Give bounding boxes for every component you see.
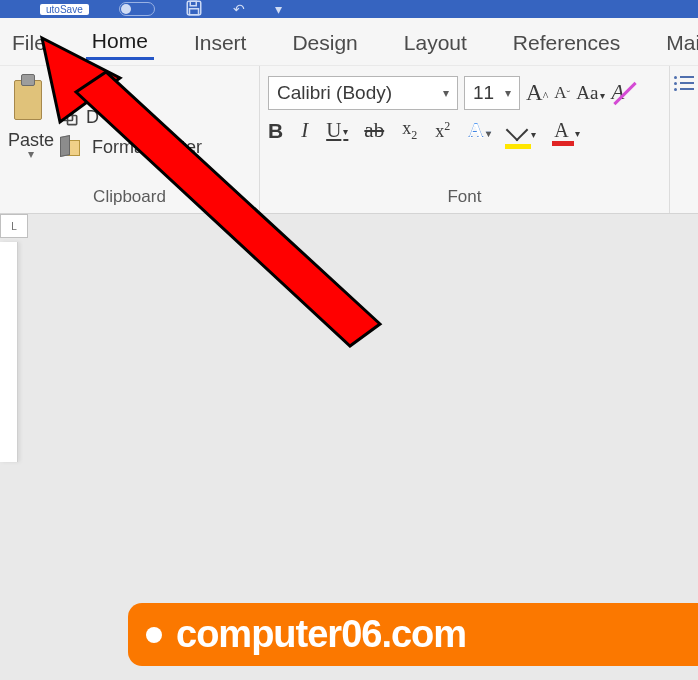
svg-point-3	[63, 81, 68, 86]
svg-rect-2	[189, 8, 198, 14]
tab-home[interactable]: Home	[86, 23, 154, 60]
text-effects-button[interactable]: A▾	[468, 118, 491, 143]
group-label-font: Font	[268, 181, 661, 211]
tab-mailings[interactable]: Mailin	[660, 25, 698, 59]
svg-line-6	[72, 91, 77, 96]
superscript-button[interactable]: x2	[435, 119, 450, 142]
tab-references[interactable]: References	[507, 25, 626, 59]
cut-button[interactable]: C	[60, 78, 202, 99]
svg-rect-1	[190, 1, 196, 6]
cut-label: C	[86, 78, 99, 99]
scissors-icon	[60, 79, 80, 99]
increase-font-size-button[interactable]: A^	[526, 80, 548, 106]
chevron-down-icon[interactable]: ▾	[28, 147, 34, 161]
highlight-button[interactable]: ▾	[509, 119, 536, 143]
paintbrush-icon	[60, 136, 86, 158]
subscript-button[interactable]: x2	[402, 118, 417, 143]
font-size-combo[interactable]: 11 ▾	[464, 76, 520, 110]
autosave-label: utoSave	[40, 4, 89, 15]
qat-dropdown-icon[interactable]: ▾	[275, 1, 282, 17]
copy-button[interactable]: D	[60, 107, 202, 128]
group-clipboard: Paste ▾ C D Format Pa ter Clipboard	[0, 66, 260, 213]
save-icon[interactable]	[185, 0, 203, 20]
page-edge	[0, 242, 18, 462]
group-label-clipboard: Clipboard	[8, 181, 251, 211]
decrease-font-size-button[interactable]: Aˇ	[554, 83, 570, 103]
copy-icon	[60, 108, 80, 128]
autosave-toggle[interactable]	[119, 2, 155, 16]
watermark-text: computer06.com	[176, 613, 466, 656]
italic-button[interactable]: I	[301, 118, 308, 143]
bold-button[interactable]: B	[268, 119, 283, 143]
underline-button[interactable]: U▾	[326, 118, 346, 143]
chevron-down-icon: ▾	[443, 86, 449, 100]
format-painter-label: Format Pa ter	[92, 137, 202, 158]
highlighter-icon	[506, 118, 529, 141]
tab-file[interactable]: File	[6, 25, 52, 59]
title-bar: utoSave ↶ ▾	[0, 0, 698, 18]
paste-icon	[8, 74, 54, 126]
copy-label: D	[86, 107, 99, 128]
change-case-button[interactable]: Aa▾	[576, 82, 605, 104]
font-name-combo[interactable]: Calibri (Body) ▾	[268, 76, 458, 110]
ribbon: Paste ▾ C D Format Pa ter Clipboard	[0, 66, 698, 214]
group-font: Calibri (Body) ▾ 11 ▾ A^ Aˇ Aa▾ A B I U▾…	[260, 66, 670, 213]
tab-layout[interactable]: Layout	[398, 25, 473, 59]
font-name-value: Calibri (Body)	[277, 82, 392, 104]
watermark-banner: computer06.com	[128, 603, 698, 666]
format-painter-button[interactable]: Format Pa ter	[60, 136, 202, 158]
ruler-corner[interactable]: L	[0, 214, 28, 238]
watermark-dot-icon	[146, 627, 162, 643]
font-color-button[interactable]: A▾	[554, 119, 579, 142]
group-paragraph-partial	[670, 66, 698, 213]
svg-line-7	[67, 85, 70, 88]
bullets-icon[interactable]	[674, 76, 694, 92]
svg-point-4	[63, 91, 68, 96]
tab-insert[interactable]: Insert	[188, 25, 253, 59]
undo-icon[interactable]: ↶	[233, 1, 245, 17]
paste-button[interactable]: Paste ▾	[8, 74, 54, 161]
clear-formatting-button[interactable]: A	[611, 80, 639, 106]
ribbon-tabs: File Home Insert Design Layout Reference…	[0, 18, 698, 66]
font-size-value: 11	[473, 82, 494, 104]
strikethrough-button[interactable]: ab	[364, 118, 384, 143]
chevron-down-icon: ▾	[505, 86, 511, 100]
tab-design[interactable]: Design	[286, 25, 363, 59]
